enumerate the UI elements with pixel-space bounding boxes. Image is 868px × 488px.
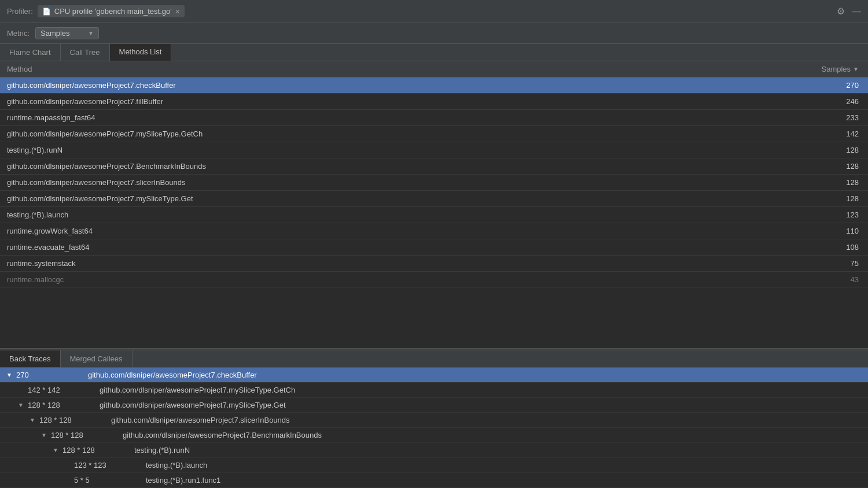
settings-icon[interactable]: ⚙ (837, 6, 845, 17)
tree-method-name: github.com/dlsniper/awesomeProject7.mySl… (95, 386, 295, 394)
list-item[interactable]: ▼128 * 128github.com/dlsniper/awesomePro… (0, 428, 868, 443)
table-row[interactable]: runtime.mapassign_fast64233 (0, 110, 868, 126)
sample-value: 108 (752, 243, 868, 252)
method-name: runtime.growWork_fast64 (0, 227, 752, 235)
column-method[interactable]: Method (0, 65, 752, 73)
table-row[interactable]: testing.(*B).launch123 (0, 207, 868, 223)
tab-flame-chart[interactable]: Flame Chart (0, 44, 61, 61)
list-item[interactable]: ▼128 * 128testing.(*B).runN (0, 443, 868, 458)
sample-value: 128 (752, 178, 868, 187)
file-icon: 📄 (42, 8, 51, 16)
method-name: testing.(*B).runN (0, 146, 752, 154)
tree-count: 128 * 128 (60, 446, 130, 454)
table-row[interactable]: github.com/dlsniper/awesomeProject7.mySl… (0, 191, 868, 207)
table-row[interactable]: github.com/dlsniper/awesomeProject7.Benc… (0, 158, 868, 175)
bottom-section: Back Traces Merged Callees ▼270github.co… (0, 350, 868, 488)
tab-call-tree[interactable]: Call Tree (61, 44, 110, 61)
metric-value: Samples (41, 29, 70, 38)
method-name: runtime.evacuate_fast64 (0, 243, 752, 252)
method-name: runtime.systemstack (0, 259, 752, 268)
close-profile-button[interactable]: × (175, 8, 180, 16)
list-item[interactable]: 142 * 142github.com/dlsniper/awesomeProj… (0, 383, 868, 398)
list-item[interactable]: ▼128 * 128github.com/dlsniper/awesomePro… (0, 413, 868, 428)
sample-value: 123 (752, 210, 868, 219)
tree-method-name: github.com/dlsniper/awesomeProject7.slic… (106, 416, 290, 424)
main-content: Profiler: 📄 CPU profile 'gobench main_te… (0, 0, 868, 488)
table-row[interactable]: runtime.systemstack75 (0, 256, 868, 272)
tree-toggle-icon[interactable]: ▼ (39, 432, 49, 438)
tree-method-name: github.com/dlsniper/awesomeProject7.chec… (83, 371, 257, 379)
metric-label: Metric: (7, 29, 30, 38)
tab-methods-list[interactable]: Methods List (110, 44, 172, 61)
top-bar: Profiler: 📄 CPU profile 'gobench main_te… (0, 0, 868, 23)
tree-toggle-icon[interactable]: ▼ (28, 417, 37, 423)
tree-toggle-icon[interactable]: ▼ (51, 447, 60, 453)
minimize-icon[interactable]: — (852, 6, 861, 17)
method-name: github.com/dlsniper/awesomeProject7.Benc… (0, 162, 752, 171)
tree-method-name: testing.(*B).runN (130, 446, 190, 454)
list-item[interactable]: ▼270github.com/dlsniper/awesomeProject7.… (0, 368, 868, 383)
method-name: github.com/dlsniper/awesomeProject7.slic… (0, 178, 752, 187)
back-traces-tree: ▼270github.com/dlsniper/awesomeProject7.… (0, 368, 868, 488)
tree-count: 123 * 123 (72, 461, 141, 469)
chevron-down-icon: ▼ (88, 30, 94, 36)
sample-value: 128 (752, 146, 868, 154)
tab-merged-callees[interactable]: Merged Callees (61, 350, 133, 367)
tree-method-name: github.com/dlsniper/awesomeProject7.Benc… (118, 431, 322, 439)
sample-value: 128 (752, 162, 868, 171)
table-row[interactable]: github.com/dlsniper/awesomeProject7.fill… (0, 94, 868, 110)
tab-back-traces[interactable]: Back Traces (0, 350, 61, 367)
bottom-tab-bar: Back Traces Merged Callees (0, 350, 868, 368)
method-name: runtime.mallocgc (0, 275, 752, 284)
list-item[interactable]: 5 * 5testing.(*B).run1.func1 (0, 473, 868, 488)
method-name: runtime.mapassign_fast64 (0, 113, 752, 122)
tree-toggle-icon[interactable]: ▼ (5, 372, 14, 378)
table-header: Method Samples ▼ (0, 61, 868, 77)
table-row[interactable]: runtime.mallocgc43 (0, 272, 868, 288)
sample-value: 270 (752, 81, 868, 90)
table-row[interactable]: github.com/dlsniper/awesomeProject7.mySl… (0, 126, 868, 142)
tree-method-name: testing.(*B).run1.func1 (141, 476, 220, 485)
method-name: testing.(*B).launch (0, 210, 752, 219)
tree-count: 128 * 128 (49, 431, 118, 439)
methods-table: github.com/dlsniper/awesomeProject7.chec… (0, 77, 868, 348)
method-name: github.com/dlsniper/awesomeProject7.fill… (0, 97, 752, 106)
tree-count: 5 * 5 (72, 476, 141, 485)
table-row[interactable]: github.com/dlsniper/awesomeProject7.chec… (0, 77, 868, 94)
list-item[interactable]: ▼128 * 128github.com/dlsniper/awesomePro… (0, 398, 868, 413)
sample-value: 246 (752, 97, 868, 106)
tree-count: 128 * 128 (25, 401, 95, 409)
sample-value: 128 (752, 194, 868, 203)
tree-count: 270 (14, 371, 83, 379)
profiler-label: Profiler: (7, 7, 33, 16)
method-name: github.com/dlsniper/awesomeProject7.mySl… (0, 194, 752, 203)
tree-method-name: github.com/dlsniper/awesomeProject7.mySl… (95, 401, 286, 409)
table-row[interactable]: runtime.growWork_fast64110 (0, 223, 868, 239)
tree-toggle-icon[interactable]: ▼ (16, 402, 25, 408)
tree-method-name: testing.(*B).launch (141, 461, 207, 469)
metric-bar: Metric: Samples ▼ (0, 23, 868, 44)
sample-value: 43 (752, 275, 868, 284)
metric-select[interactable]: Samples ▼ (35, 27, 99, 39)
method-name: github.com/dlsniper/awesomeProject7.mySl… (0, 130, 752, 138)
sort-icon: ▼ (853, 66, 859, 72)
table-row[interactable]: testing.(*B).runN128 (0, 142, 868, 158)
sample-value: 110 (752, 227, 868, 235)
list-item[interactable]: 123 * 123testing.(*B).launch (0, 458, 868, 473)
top-bar-right: ⚙ — (837, 6, 861, 17)
sample-value: 142 (752, 130, 868, 138)
tab-bar: Flame Chart Call Tree Methods List (0, 44, 868, 61)
tree-count: 128 * 128 (37, 416, 106, 424)
sample-value: 233 (752, 113, 868, 122)
sample-value: 75 (752, 259, 868, 268)
profile-tab[interactable]: 📄 CPU profile 'gobench main_test.go' × (38, 5, 185, 17)
column-samples[interactable]: Samples ▼ (752, 65, 868, 73)
table-row[interactable]: runtime.evacuate_fast64108 (0, 239, 868, 256)
top-bar-left: Profiler: 📄 CPU profile 'gobench main_te… (7, 5, 185, 17)
table-row[interactable]: github.com/dlsniper/awesomeProject7.slic… (0, 175, 868, 191)
tree-count: 142 * 142 (25, 386, 95, 394)
method-name: github.com/dlsniper/awesomeProject7.chec… (0, 81, 752, 90)
profile-name: CPU profile 'gobench main_test.go' (54, 7, 172, 16)
